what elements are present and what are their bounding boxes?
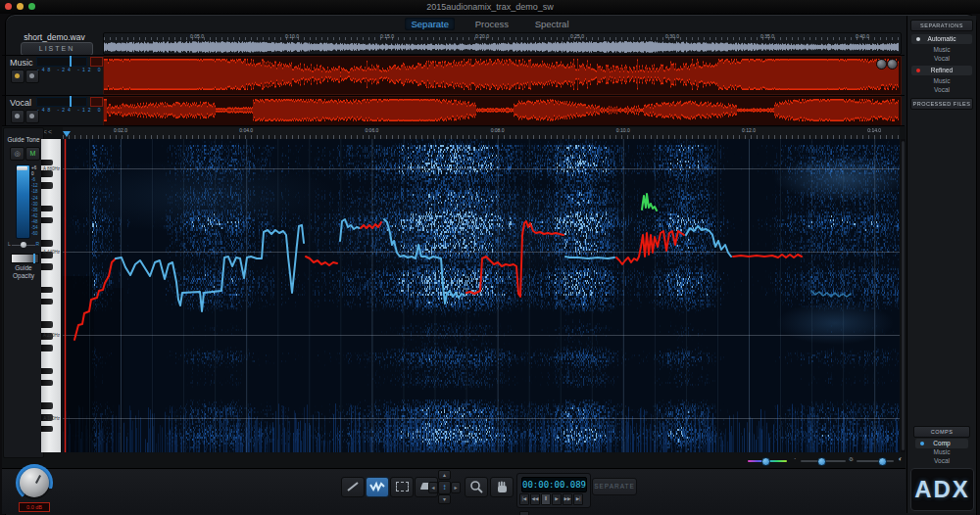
piano-key-black[interactable] xyxy=(41,182,53,188)
pitch-red-5[interactable] xyxy=(616,231,684,264)
piano-key-black[interactable] xyxy=(41,345,53,351)
overview-ruler-label: 0:30.0 xyxy=(665,33,679,39)
nudge-left-button[interactable]: ◂ xyxy=(428,482,438,493)
separation-group-automatic[interactable]: Automatic xyxy=(911,34,972,44)
pause-button[interactable]: ‖ xyxy=(541,493,551,505)
tab-separate[interactable]: Separate xyxy=(405,18,455,30)
pitch-red-intro[interactable] xyxy=(74,258,116,340)
pitch-red-3[interactable] xyxy=(361,222,381,228)
contrast-slider[interactable]: ○ ◐ xyxy=(857,456,894,466)
zoom-fit-button[interactable]: ↕ xyxy=(438,481,451,494)
music-volume-thumb[interactable] xyxy=(70,56,72,67)
overview-waveform-panel[interactable]: 0:05.00:10.00:15.00:20.00:25.00:30.00:35… xyxy=(103,32,902,55)
overview-waveform[interactable] xyxy=(104,41,899,53)
piano-key-black[interactable] xyxy=(41,426,53,432)
spectrogram-view[interactable] xyxy=(63,139,900,452)
listen-button[interactable]: LISTEN xyxy=(21,42,93,56)
nudge-up-button[interactable]: ▴ xyxy=(438,470,451,480)
contrast-thumb[interactable] xyxy=(878,457,887,466)
colormap-thumb[interactable] xyxy=(761,457,770,466)
fader-scale-label: 0 xyxy=(31,171,34,176)
brightness-thumb[interactable] xyxy=(817,457,826,466)
separation-item-music[interactable]: Music xyxy=(907,76,976,85)
piano-key-black[interactable] xyxy=(41,368,53,374)
piano-key-black[interactable] xyxy=(41,321,53,327)
piano-key-black[interactable] xyxy=(41,263,53,269)
guide-pan-slider[interactable]: L R xyxy=(8,241,39,249)
play-button[interactable]: ▶ xyxy=(552,493,562,505)
vocal-volume-slider[interactable] xyxy=(36,97,87,107)
pitch-blue-2[interactable] xyxy=(340,219,360,241)
rewind-button[interactable]: ◀◀ xyxy=(530,493,540,505)
vocal-waveform[interactable] xyxy=(104,97,899,123)
separation-item-vocal[interactable]: Vocal xyxy=(907,85,976,94)
music-waveform-panel[interactable] xyxy=(103,56,902,95)
piano-key-black[interactable] xyxy=(41,160,53,165)
separation-item-music[interactable]: Music xyxy=(907,45,976,54)
fader-scale-label: -36 xyxy=(31,207,38,211)
fader-thumb[interactable] xyxy=(17,166,27,170)
guide-tone-fader[interactable] xyxy=(16,164,30,239)
knob-face[interactable] xyxy=(20,468,49,497)
brightness-slider[interactable]: · ☼ xyxy=(801,456,846,466)
hand-tool-button[interactable] xyxy=(490,477,514,497)
separation-group-refined[interactable]: Refined xyxy=(911,66,972,75)
comp-item-vocal[interactable]: Vocal xyxy=(907,456,976,465)
piano-key-black[interactable] xyxy=(41,402,53,408)
vocal-waveform-panel[interactable] xyxy=(103,96,902,126)
piano-key-black[interactable] xyxy=(41,240,53,246)
nudge-right-button[interactable]: ▸ xyxy=(451,482,461,493)
pitch-red-4[interactable] xyxy=(466,221,564,297)
nudge-down-button[interactable]: ▾ xyxy=(438,494,451,504)
pitch-blue-4[interactable] xyxy=(565,257,614,258)
guide-mute-button[interactable]: M xyxy=(25,147,40,161)
pan-thumb[interactable] xyxy=(21,242,26,248)
piano-key-black[interactable] xyxy=(41,217,53,223)
output-gain-knob[interactable] xyxy=(16,464,53,501)
go-end-button[interactable]: ▶| xyxy=(573,493,583,505)
scrollbar-thumb[interactable] xyxy=(902,141,905,450)
tab-process[interactable]: Process xyxy=(469,18,514,30)
guide-tone-green[interactable] xyxy=(642,194,657,211)
forward-button[interactable]: ▶▶ xyxy=(563,493,572,505)
piano-key-black[interactable] xyxy=(41,170,53,176)
playhead-marker[interactable] xyxy=(63,131,71,137)
piano-key-black[interactable] xyxy=(41,287,53,293)
overview-ruler-label: 0:20.0 xyxy=(475,33,489,39)
marquee-tool-button[interactable] xyxy=(390,477,414,497)
pitch-blue-1[interactable] xyxy=(116,225,304,311)
tab-spectral[interactable]: Spectral xyxy=(529,18,575,30)
vocal-solo-button[interactable] xyxy=(11,110,24,123)
zoom-tool-button[interactable] xyxy=(465,477,488,497)
opacity-thumb[interactable] xyxy=(33,254,35,263)
music-solo-button[interactable] xyxy=(11,70,24,83)
pencil-tool-button[interactable] xyxy=(341,477,365,497)
pitch-contour-overlay[interactable] xyxy=(63,139,900,452)
guide-audition-button[interactable]: ◎ xyxy=(10,147,24,161)
music-waveform[interactable] xyxy=(104,57,899,92)
piano-key-white[interactable] xyxy=(41,441,61,452)
collapse-keyboard-button[interactable]: << xyxy=(43,128,53,135)
pitch-tool-button[interactable] xyxy=(366,477,389,497)
pitch-blue-5[interactable] xyxy=(686,226,731,257)
piano-key-black[interactable] xyxy=(41,299,53,304)
music-volume-slider[interactable] xyxy=(36,57,87,67)
vocal-volume-thumb[interactable] xyxy=(70,96,72,107)
loop-button[interactable]: ↻ xyxy=(519,511,529,515)
comp-item-music[interactable]: Music xyxy=(907,447,976,456)
guide-opacity-slider[interactable] xyxy=(11,254,39,263)
pitch-blue-faint[interactable] xyxy=(811,291,851,297)
colormap-slider[interactable] xyxy=(748,456,787,466)
go-start-button[interactable]: |◀ xyxy=(519,493,529,505)
music-mini-knob-a[interactable] xyxy=(876,59,887,70)
pitch-blue-3[interactable] xyxy=(384,219,465,304)
piano-keyboard[interactable]: A 880HzA 440HzA 220HzA 110Hz xyxy=(41,139,62,452)
separation-item-vocal[interactable]: Vocal xyxy=(907,54,976,63)
piano-key-black[interactable] xyxy=(41,380,53,386)
separate-button[interactable]: SEPARATE xyxy=(592,478,637,495)
vertical-scrollbar[interactable] xyxy=(901,139,906,452)
pitch-red-6[interactable] xyxy=(733,255,802,258)
piano-key-black[interactable] xyxy=(41,206,53,211)
pitch-red-2[interactable] xyxy=(306,257,337,265)
music-mini-knob-b[interactable] xyxy=(887,59,898,70)
